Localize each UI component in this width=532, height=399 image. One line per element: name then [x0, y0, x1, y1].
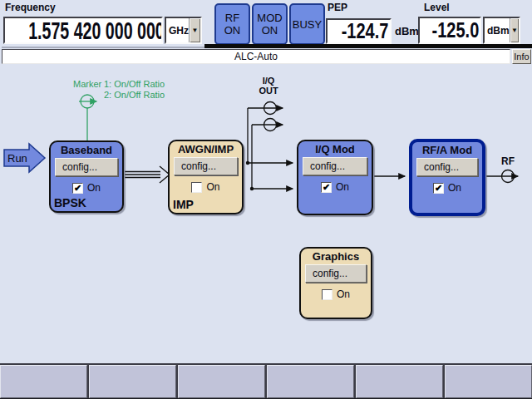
block-iq-mod-title: I/Q Mod	[298, 143, 372, 155]
marker-note-prefix: Marker	[73, 79, 101, 89]
block-graphics-checkbox[interactable]	[322, 289, 332, 300]
level-unit-value: dBm	[485, 25, 510, 37]
block-rfa-mod-checkbox[interactable]: ✔	[433, 183, 444, 194]
block-rfa-mod-on-label: On	[448, 182, 461, 194]
checkmark-icon: ✔	[323, 183, 330, 192]
frequency-unit-combo[interactable]: GHz ▼	[165, 17, 202, 44]
block-awgn-imp-title: AWGN/IMP	[170, 143, 242, 155]
block-rfa-mod-config-button[interactable]: config...	[416, 158, 478, 176]
header-separator	[204, 44, 532, 48]
level-unit-dropdown-button[interactable]: ▼	[510, 18, 519, 42]
rf-on-button[interactable]: RF ON	[214, 3, 250, 45]
block-awgn-imp-checkbox[interactable]	[191, 182, 202, 193]
mod-on-line2: ON	[262, 24, 278, 37]
checkmark-icon: ✔	[435, 184, 442, 193]
block-awgn-imp[interactable]: AWGN/IMP config... On IMP	[168, 140, 244, 214]
pep-unit: dBm	[395, 25, 419, 37]
frequency-field[interactable]: 1.575 420 000 000	[3, 17, 163, 44]
iq-out-label: I/Q OUT	[250, 76, 287, 96]
block-graphics[interactable]: Graphics config... On	[299, 247, 372, 319]
frequency-unit-value: GHz	[166, 25, 189, 37]
softkey-bar	[0, 363, 532, 398]
softkey-button-2[interactable]	[89, 365, 176, 398]
bus-arrow	[125, 166, 170, 183]
frequency-unit-dropdown-button[interactable]: ▼	[189, 18, 200, 42]
pep-label: PEP	[328, 2, 347, 13]
instrument-screen: Frequency 1.575 420 000 000 GHz ▼ RF ON …	[0, 0, 532, 399]
level-unit-combo[interactable]: dBm ▼	[483, 17, 520, 44]
pep-field: -124.7	[326, 18, 392, 44]
rf-connector-icon	[486, 170, 518, 183]
block-awgn-imp-on-label: On	[206, 181, 219, 193]
block-iq-mod-config-button[interactable]: config...	[303, 157, 367, 175]
block-rfa-mod[interactable]: RF/A Mod config... ✔ On	[409, 139, 485, 216]
iq-signal-lines	[246, 108, 293, 190]
header-separator-left	[2, 47, 204, 48]
softkey-button-6[interactable]	[445, 365, 532, 398]
iq-out-label-line1: I/Q	[263, 76, 275, 86]
block-baseband-title: Baseband	[51, 144, 122, 156]
block-baseband-sublabel: BPSK	[54, 196, 86, 209]
level-label: Level	[424, 2, 450, 13]
chevron-down-icon: ▼	[511, 27, 518, 34]
block-baseband-on-label: On	[87, 182, 101, 194]
block-graphics-on-label: On	[337, 288, 350, 300]
block-rfa-mod-title: RF/A Mod	[412, 144, 482, 156]
softkey-button-3[interactable]	[178, 365, 265, 398]
block-graphics-config-button[interactable]: config...	[305, 264, 367, 283]
status-message-bar: ALC-Auto	[2, 49, 510, 64]
block-baseband[interactable]: Baseband config... ✔ On BPSK	[49, 140, 124, 213]
block-baseband-config-button[interactable]: config...	[55, 158, 118, 176]
softkey-button-1[interactable]	[0, 365, 87, 398]
rf-on-line2: ON	[224, 24, 241, 37]
busy-label: BUSY	[293, 18, 322, 31]
frequency-label: Frequency	[5, 2, 56, 13]
marker-symbol	[79, 95, 96, 143]
run-arrow-label: Run	[7, 152, 27, 165]
softkey-button-5[interactable]	[356, 365, 443, 398]
iq-out-connector-icons	[264, 102, 277, 131]
mod-on-line1: MOD	[257, 12, 282, 24]
pep-value: -124.7	[340, 18, 390, 43]
block-baseband-checkbox[interactable]: ✔	[72, 183, 83, 194]
block-awgn-imp-config-button[interactable]: config...	[174, 157, 238, 175]
checkmark-icon: ✔	[74, 184, 81, 193]
marker-note-line2: 2: On/Off Ratio	[104, 90, 165, 100]
block-iq-mod[interactable]: I/Q Mod config... ✔ On	[297, 140, 373, 215]
info-button[interactable]: Info	[512, 49, 531, 64]
frequency-value: 1.575 420 000 000	[28, 17, 138, 44]
level-field[interactable]: -125.0	[418, 17, 481, 44]
block-awgn-imp-sublabel: IMP	[173, 198, 194, 211]
level-value: -125.0	[432, 17, 480, 42]
marker-note-line1: 1: On/Off Ratio	[104, 79, 165, 89]
rf-on-line1: RF	[225, 12, 239, 24]
softkey-button-4[interactable]	[267, 365, 354, 398]
rf-out-label: RF	[498, 156, 518, 166]
busy-indicator: BUSY	[289, 3, 325, 45]
iq-out-label-line2: OUT	[259, 86, 278, 96]
block-iq-mod-on-label: On	[336, 181, 349, 193]
mod-on-button[interactable]: MOD ON	[252, 3, 288, 45]
status-message: ALC-Auto	[234, 51, 278, 62]
info-button-label: Info	[514, 52, 529, 62]
block-iq-mod-checkbox[interactable]: ✔	[321, 182, 332, 193]
block-graphics-title: Graphics	[301, 250, 371, 263]
chevron-down-icon: ▼	[192, 27, 199, 34]
